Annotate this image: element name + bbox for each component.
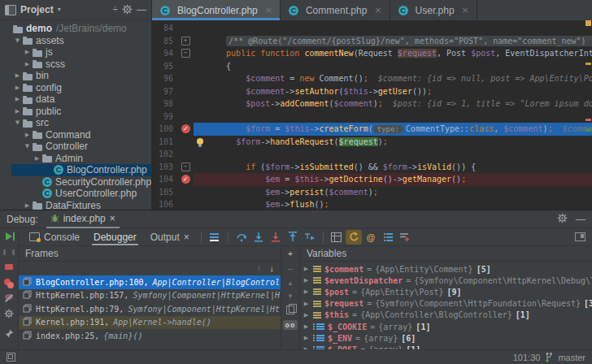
- close-icon[interactable]: ×: [374, 5, 381, 15]
- frame-row[interactable]: BlogController.php:100, App|Controller|B…: [19, 275, 281, 289]
- previous-frame-icon[interactable]: ↑: [257, 263, 262, 275]
- variable-row[interactable]: ▶$post={App\Entity\Post}[9]: [300, 286, 592, 297]
- chevron-collapsed-icon[interactable]: ▶: [23, 49, 32, 55]
- variable-row[interactable]: ▶$comment={App\Entity\Comment}[5]: [300, 263, 592, 275]
- tree-item-config[interactable]: ▶config: [0, 82, 151, 94]
- hide-panel-icon[interactable]: —: [137, 5, 146, 15]
- add-to-watches-button[interactable]: [397, 230, 413, 245]
- tree-item-usercontroller-php[interactable]: CUserController.php: [0, 188, 151, 200]
- chevron-expanded-icon[interactable]: ▼: [13, 119, 22, 126]
- line-number[interactable]: 103: [152, 161, 177, 174]
- tree-item-public[interactable]: ▶public: [0, 106, 151, 118]
- next-frame-icon[interactable]: ↓: [270, 263, 275, 275]
- tab-console[interactable]: Console: [23, 228, 86, 245]
- expand-arrow-icon[interactable]: ▶: [303, 312, 310, 318]
- line-number[interactable]: 85: [152, 35, 177, 48]
- expand-arrow-icon[interactable]: ▶: [303, 323, 310, 330]
- variable-row[interactable]: ▶$this={App\Controller\BlogController}[1…: [300, 310, 592, 321]
- line-number[interactable]: 97: [152, 85, 177, 98]
- breakpoint-icon[interactable]: ✓: [181, 124, 190, 133]
- duplicate-icon[interactable]: [286, 306, 294, 314]
- tree-item-js[interactable]: ▶js: [0, 46, 151, 58]
- expand-arrow-icon[interactable]: ▶: [303, 335, 310, 341]
- chevron-collapsed-icon[interactable]: ▶: [13, 108, 22, 115]
- php-toggle-button[interactable]: [346, 230, 362, 245]
- gear-icon[interactable]: [557, 213, 568, 225]
- debug-session-tab[interactable]: index.php ×: [46, 210, 120, 228]
- tree-item-bin[interactable]: ▶bin: [0, 70, 151, 82]
- line-number[interactable]: 104: [152, 173, 177, 186]
- editor-tab-blogcontroller-php[interactable]: CBlogController.php×: [152, 0, 281, 20]
- variable-row[interactable]: ▶$request={Symfony\Component\HttpFoundat…: [300, 298, 592, 310]
- breakpoint-icon[interactable]: ✓: [181, 175, 190, 184]
- pin-icon[interactable]: [5, 329, 14, 340]
- threads-view-icon[interactable]: [207, 230, 223, 245]
- chevron-collapsed-icon[interactable]: ▶: [23, 202, 32, 209]
- chevron-collapsed-icon[interactable]: ▶: [23, 132, 32, 138]
- step-out-button[interactable]: [285, 230, 301, 245]
- frame-row[interactable]: HttpKernel.php:79, Symfony|Component|Htt…: [19, 302, 281, 316]
- debug-settings-gear-icon[interactable]: [4, 309, 14, 320]
- gutter[interactable]: ✓: [177, 175, 194, 184]
- tree-item-datafixtures[interactable]: ▶DataFixtures: [0, 200, 151, 210]
- variable-row[interactable]: ▶$_COOKIE={array}[1]: [300, 321, 592, 332]
- tree-item-demo[interactable]: demo/JetBrains/demo: [0, 23, 151, 35]
- remove-watch-icon[interactable]: −: [288, 264, 293, 274]
- view-breakpoints-button[interactable]: [4, 279, 14, 285]
- code-editor[interactable]: 8485+ /** @Route("/comment/{postSlug}/ne…: [152, 20, 592, 210]
- gutter[interactable]: −: [177, 49, 194, 58]
- evaluate-expression-button[interactable]: [329, 230, 345, 245]
- tree-item-scss[interactable]: ▶scss: [0, 58, 151, 71]
- fold-marker-icon[interactable]: +: [181, 37, 190, 46]
- expand-arrow-icon[interactable]: ▶: [303, 266, 310, 272]
- line-number[interactable]: 94: [152, 47, 177, 60]
- resume-button[interactable]: [6, 232, 12, 240]
- mute-breakpoints-button[interactable]: [5, 294, 13, 300]
- editor-tab-comment-php[interactable]: CComment.php×: [281, 0, 390, 20]
- expand-arrow-icon[interactable]: ▶: [303, 301, 310, 307]
- chevron-down-icon[interactable]: ▾: [58, 5, 61, 15]
- chevron-collapsed-icon[interactable]: ▶: [13, 84, 22, 91]
- show-watches-icon[interactable]: oo: [283, 320, 298, 330]
- gutter[interactable]: ✓: [177, 124, 194, 133]
- chevron-collapsed-icon[interactable]: ▶: [13, 72, 22, 79]
- line-number[interactable]: 102: [152, 148, 177, 161]
- stop-button[interactable]: [5, 264, 13, 270]
- step-into-button[interactable]: [250, 230, 267, 245]
- pause-button[interactable]: [3, 249, 15, 255]
- collapse-all-icon[interactable]: ÷: [112, 5, 118, 15]
- chevron-collapsed-icon[interactable]: ▶: [13, 96, 22, 102]
- gutter[interactable]: +: [177, 37, 194, 46]
- tab-debugger[interactable]: Debugger: [87, 228, 143, 245]
- caret-position[interactable]: 101:30: [513, 353, 541, 362]
- line-number[interactable]: 84: [152, 22, 177, 35]
- chevron-expanded-icon[interactable]: ▼: [13, 37, 22, 44]
- expand-arrow-icon[interactable]: ▶: [303, 288, 310, 295]
- tree-item-blogcontroller-php[interactable]: CBlogController.php: [11, 164, 151, 176]
- layout-settings-icon[interactable]: [572, 230, 588, 245]
- step-over-button[interactable]: [233, 230, 250, 245]
- run-to-cursor-button[interactable]: [302, 230, 318, 245]
- tree-item-src[interactable]: ▼src: [0, 117, 151, 129]
- variable-row[interactable]: ▶$eventDispatcher={Symfony\Component\Htt…: [300, 275, 592, 286]
- gear-icon[interactable]: [122, 4, 133, 16]
- restore-layout-icon[interactable]: [7, 353, 15, 362]
- chevron-collapsed-icon[interactable]: ▶: [33, 155, 41, 162]
- variable-row[interactable]: ▶$_ENV={array}[6]: [300, 332, 592, 344]
- fold-marker-icon[interactable]: −: [181, 49, 190, 58]
- variable-row[interactable]: ▶$_POST={array}[1]: [300, 344, 592, 349]
- tree-item-admin[interactable]: ▶Admin: [0, 153, 151, 165]
- intention-bulb-icon[interactable]: [197, 138, 203, 145]
- gutter[interactable]: −: [177, 162, 194, 171]
- tree-item-data[interactable]: ▶data: [0, 93, 151, 106]
- frame-row[interactable]: index.php:25, {main}(): [19, 329, 281, 343]
- tree-item-command[interactable]: ▶Command: [0, 129, 151, 141]
- tree-item-controller[interactable]: ▼Controller: [0, 141, 151, 153]
- line-number[interactable]: 100: [152, 123, 177, 136]
- magic-vars-icon[interactable]: @: [363, 230, 379, 245]
- chevron-collapsed-icon[interactable]: ▶: [23, 61, 32, 67]
- move-down-icon[interactable]: ▼: [287, 292, 294, 300]
- chevron-expanded-icon[interactable]: ▼: [23, 143, 32, 150]
- tab-output[interactable]: Output ×: [144, 228, 196, 245]
- hide-panel-icon[interactable]: —: [576, 214, 585, 224]
